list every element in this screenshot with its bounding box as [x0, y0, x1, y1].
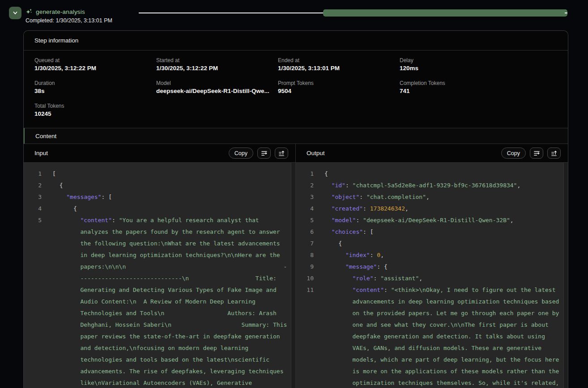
- output-panel-header: Output Copy: [296, 144, 568, 163]
- code-line-content: "choices": [: [324, 226, 568, 238]
- info-field-value: 1/30/2025, 3:13:01 PM: [278, 65, 395, 72]
- input-wrap-lines-button[interactable]: [257, 148, 271, 159]
- info-field-label: Started at: [156, 57, 278, 63]
- output-wrap-lines-button[interactable]: [530, 148, 543, 159]
- input-copy-button[interactable]: Copy: [229, 148, 253, 159]
- code-line-content: "created": 1738246342,: [324, 203, 568, 215]
- chevron-down-icon: [12, 10, 18, 16]
- timeline-end-tick: [565, 13, 567, 13]
- info-field: Started at1/30/2025, 3:12:22 PM: [156, 57, 278, 72]
- info-field: Completion Tokens741: [400, 80, 521, 94]
- scroll-to-top-icon: [278, 150, 285, 156]
- output-code-body: 1{2"id": "chatcmpl-5a5d2e8e-adf1-9329-bf…: [296, 163, 568, 388]
- content-header: Content: [24, 128, 568, 144]
- output-panel-title: Output: [307, 150, 325, 156]
- code-line-content: "message": {: [324, 261, 568, 273]
- collapse-step-button[interactable]: [9, 7, 21, 19]
- timeline-span-bar[interactable]: [323, 9, 567, 17]
- code-line: 3"object": "chat.completion",: [296, 191, 568, 203]
- step-info-grid: Queued at1/30/2025, 3:12:22 PMStarted at…: [24, 51, 568, 128]
- step-title: generate-analysis: [36, 8, 85, 15]
- info-field-label: Prompt Tokens: [278, 80, 400, 86]
- input-code-area[interactable]: 1[2{3"messages": [4{5"content": "You are…: [24, 163, 295, 388]
- info-field: Prompt Tokens9504: [278, 80, 400, 94]
- code-line: 10"role": "assistant",: [296, 273, 568, 284]
- code-line-content: "messages": [: [52, 191, 295, 203]
- output-scrollbar-gutter[interactable]: [563, 163, 568, 388]
- code-line: 2"id": "chatcmpl-5a5d2e8e-adf1-9329-bf9c…: [296, 180, 568, 191]
- input-scroll-to-top-button[interactable]: [275, 148, 288, 159]
- code-line-content: [: [52, 168, 295, 180]
- code-line: 5"model": "deepseek-ai/DeepSeek-R1-Disti…: [296, 215, 568, 226]
- code-line-content: "content": "<think>\nOkay, I need to fig…: [324, 284, 568, 388]
- line-number: 1: [296, 168, 314, 180]
- line-number: 2: [296, 180, 314, 191]
- info-field-value: deepseek-ai/DeepSeek-R1-Distill-Qwe...: [156, 88, 273, 94]
- scroll-to-top-icon: [551, 150, 558, 156]
- output-scroll-to-top-button[interactable]: [547, 148, 561, 159]
- line-number: 11: [296, 284, 314, 296]
- info-field-label: Total Tokens: [34, 103, 156, 109]
- line-number: 6: [296, 226, 314, 238]
- info-field: Modeldeepseek-ai/DeepSeek-R1-Distill-Qwe…: [156, 80, 278, 94]
- code-line: 6"choices": [: [296, 226, 568, 238]
- input-panel: Input Copy: [24, 144, 296, 388]
- sparkles-icon: [26, 8, 33, 15]
- input-scrollbar-gutter[interactable]: [291, 163, 295, 388]
- line-number: 2: [24, 180, 42, 191]
- code-line-content: {: [324, 238, 568, 249]
- info-field: Duration38s: [34, 80, 156, 94]
- code-line: 8"index": 0,: [296, 249, 568, 261]
- code-line: 9"message": {: [296, 261, 568, 273]
- line-number: 4: [24, 203, 42, 215]
- info-field-label: Ended at: [278, 57, 400, 63]
- line-number: 4: [296, 203, 314, 215]
- code-line-content: {: [52, 180, 295, 191]
- code-line-content: "model": "deepseek-ai/DeepSeek-R1-Distil…: [324, 215, 568, 226]
- code-line: 5"content": "You are a helpful research …: [24, 215, 295, 388]
- code-line-content: {: [52, 203, 295, 215]
- code-line: 4{: [24, 203, 295, 215]
- code-line: 7{: [296, 238, 568, 249]
- content-panels: Input Copy: [24, 144, 568, 388]
- code-line: 3"messages": [: [24, 191, 295, 203]
- trace-step-header: generate-analysis Completed: 1/30/2025, …: [0, 0, 588, 30]
- output-code-area[interactable]: 1{2"id": "chatcmpl-5a5d2e8e-adf1-9329-bf…: [296, 163, 568, 388]
- info-field-value: 10245: [34, 110, 152, 117]
- info-field-label: Completion Tokens: [400, 80, 521, 86]
- info-field-value: 120ms: [400, 65, 517, 72]
- step-information-title: Step information: [34, 37, 78, 44]
- step-detail-card: Step information Queued at1/30/2025, 3:1…: [23, 30, 568, 388]
- info-field: Queued at1/30/2025, 3:12:22 PM: [34, 57, 156, 72]
- info-field-value: 741: [400, 88, 517, 94]
- info-field-value: 1/30/2025, 3:12:22 PM: [156, 65, 273, 72]
- code-line: 1{: [296, 168, 568, 180]
- code-line: 4"created": 1738246342,: [296, 203, 568, 215]
- info-field-label: Delay: [400, 57, 521, 63]
- code-line: 11"content": "<think>\nOkay, I need to f…: [296, 284, 568, 388]
- line-number: 5: [24, 215, 42, 226]
- word-wrap-icon: [261, 150, 268, 156]
- code-line: 1[: [24, 168, 295, 180]
- code-line-content: "index": 0,: [324, 249, 568, 261]
- info-field-label: Queued at: [34, 57, 156, 63]
- line-number: 1: [24, 168, 42, 180]
- input-panel-title: Input: [34, 150, 48, 156]
- info-field: Ended at1/30/2025, 3:13:01 PM: [278, 57, 400, 72]
- info-field-label: Duration: [34, 80, 156, 86]
- step-information-header: Step information: [24, 31, 568, 51]
- code-line-content: "content": "You are a helpful research a…: [52, 215, 295, 388]
- info-field: Total Tokens10245: [34, 103, 156, 117]
- line-number: 8: [296, 249, 314, 261]
- code-line-content: "id": "chatcmpl-5a5d2e8e-adf1-9329-bf9c-…: [324, 180, 568, 191]
- code-line-content: "role": "assistant",: [324, 273, 568, 284]
- code-line-content: "object": "chat.completion",: [324, 191, 568, 203]
- line-number: 10: [296, 273, 314, 284]
- line-number: 7: [296, 238, 314, 249]
- input-panel-header: Input Copy: [24, 144, 295, 163]
- info-field-label: Model: [156, 80, 278, 86]
- info-field: Delay120ms: [400, 57, 521, 72]
- line-number: 3: [296, 191, 314, 203]
- content-title: Content: [35, 133, 56, 139]
- output-copy-button[interactable]: Copy: [501, 148, 526, 159]
